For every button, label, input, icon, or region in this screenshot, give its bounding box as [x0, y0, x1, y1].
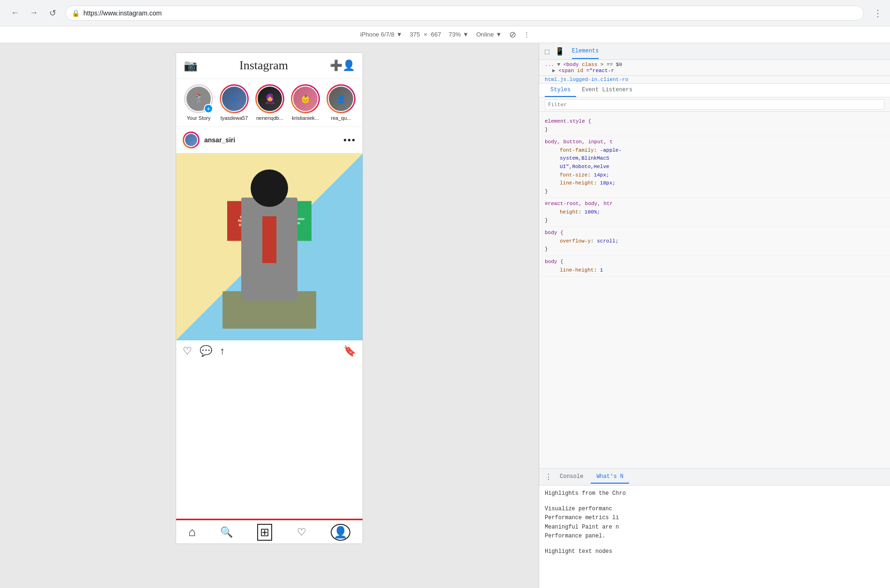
add-user-icon[interactable]: ➕👤: [330, 59, 355, 72]
story-ring-2: 👤: [220, 84, 249, 113]
styles-tabs: Styles Event Listeners: [539, 84, 890, 97]
like-icon[interactable]: ♡: [183, 345, 192, 357]
story-item-nenenqdb[interactable]: 🧕 nenenqdb...: [255, 84, 285, 121]
tab-styles[interactable]: Styles: [545, 84, 576, 97]
tab-elements[interactable]: Elements: [572, 44, 599, 59]
css-block-body-lineheight: body { line-height: 1: [539, 256, 890, 277]
more-options-icon[interactable]: ⋮: [524, 31, 530, 38]
post-actions: ♡ 💬 ↑ 🔖: [176, 340, 363, 362]
story-avatar-wrapper-2: 👤: [220, 84, 249, 113]
perf-panel-text: Performance panel.: [545, 532, 884, 541]
dimension-separator: ×: [423, 31, 427, 38]
story-avatar-5: 👤: [328, 86, 354, 112]
zoom-level: 73%: [449, 31, 461, 38]
instagram-header: 📷 Instagram ➕👤: [176, 53, 363, 79]
no-throttle-icon: ⊘: [509, 29, 516, 40]
tab-console[interactable]: Console: [554, 470, 589, 484]
post-more-icon[interactable]: •••: [343, 135, 356, 146]
story-username: Your Story: [187, 115, 211, 121]
device-icon[interactable]: 📱: [555, 47, 564, 56]
console-panel: Highlights from the Chro Visualize perfo…: [539, 485, 890, 588]
story-item-kristianiek[interactable]: 👶 kristianiek...: [290, 84, 320, 121]
main-content: 📷 Instagram ➕👤 📚H + Your: [0, 43, 890, 588]
back-button[interactable]: ←: [7, 6, 22, 21]
story-item-your-story[interactable]: 📚H + Your Story: [184, 84, 214, 121]
script-file-ref: html.js.logged-in.client-ro: [539, 76, 890, 84]
story-avatar-4: 👶: [292, 86, 319, 112]
post-actions-left: ♡ 💬 ↑: [183, 345, 225, 357]
post-header: ansar_siri •••: [176, 127, 363, 153]
story-avatar-wrapper-5: 👤: [326, 84, 356, 113]
nav-buttons: ← → ↺: [7, 6, 60, 21]
css-block-body-button: body, button, input, t font-family: -app…: [539, 136, 890, 198]
chevron-down-icon: ▼: [396, 31, 402, 38]
network-label: Online: [476, 31, 494, 38]
story-ring-5: 👤: [326, 84, 356, 113]
zoom-chevron-icon: ▼: [463, 31, 469, 38]
devtools-bottom-menu[interactable]: ⋮: [545, 472, 552, 482]
browser-viewport: 📷 Instagram ➕👤 📚H + Your: [0, 43, 539, 588]
post-avatar[interactable]: [183, 132, 200, 148]
devtools-icons: ⬚ 📱: [545, 47, 564, 56]
dimensions: 375 × 667: [410, 31, 441, 38]
instagram-logo: Instagram: [239, 59, 288, 73]
device-toolbar: iPhone 6/7/8 ▼ 375 × 667 73% ▼ Online ▼ …: [0, 26, 890, 43]
nav-like-icon[interactable]: ♡: [297, 526, 306, 538]
nav-search-icon[interactable]: 🔍: [220, 526, 233, 538]
post-username[interactable]: ansar_siri: [204, 136, 235, 144]
highlights-text: Highlights from the Chro: [545, 489, 884, 498]
mobile-frame: 📷 Instagram ➕👤 📚H + Your: [176, 52, 363, 544]
viewport-height[interactable]: 667: [431, 31, 441, 38]
device-name: iPhone 6/7/8: [360, 31, 394, 38]
devtools-header: ⬚ 📱 Elements: [539, 43, 890, 60]
lock-icon: 🔒: [72, 9, 80, 17]
breadcrumb-line2: ▶ <span id ="react-r: [545, 67, 884, 74]
story-avatar-3: 🧕: [257, 86, 283, 112]
tab-whats-new[interactable]: What's N: [591, 470, 629, 484]
post: ansar_siri •••: [176, 127, 363, 362]
html-breadcrumb: ... ▼ <body class > == $0 ▶ <span id ="r…: [539, 60, 890, 76]
camera-icon[interactable]: 📷: [184, 59, 198, 72]
story-avatar-wrapper-4: 👶: [291, 84, 320, 113]
device-selector[interactable]: iPhone 6/7/8 ▼: [360, 31, 402, 38]
browser-bar: ← → ↺ 🔒 https://www.instagram.com ⋮: [0, 0, 890, 26]
inspect-icon[interactable]: ⬚: [545, 47, 549, 56]
comment-icon[interactable]: 💬: [200, 345, 212, 357]
nav-profile-icon[interactable]: 👤: [331, 524, 350, 541]
browser-menu-dots[interactable]: ⋮: [873, 7, 883, 19]
story-ring-4: 👶: [291, 84, 320, 113]
visualize-perf-text: Visualize performanc: [545, 505, 884, 514]
zoom-selector[interactable]: 73% ▼: [449, 31, 469, 38]
devtools-panel: ⬚ 📱 Elements ... ▼ <body class > == $0 ▶…: [539, 43, 890, 588]
devtools-bottom-tabs: ⋮ Console What's N: [539, 468, 890, 485]
post-avatar-inner: [184, 133, 198, 147]
perf-metrics-text: Performance metrics li: [545, 514, 884, 522]
css-block-react-root: #react-root, body, htr height: 100%; }: [539, 198, 890, 227]
share-icon[interactable]: ↑: [220, 345, 225, 357]
nav-add-icon[interactable]: ⊞: [257, 524, 272, 541]
url-text: https://www.instagram.com: [83, 9, 162, 17]
story-item-reaq[interactable]: 👤 rea_qu...: [326, 84, 356, 121]
meaningful-paint-text: Meaningful Paint are n: [545, 523, 884, 532]
breadcrumb-line1: ... ▼ <body class > == $0: [545, 62, 884, 67]
story-username-4: kristianiek...: [292, 115, 319, 121]
story-item-tyasdewa57[interactable]: 👤 tyasdewa57: [219, 84, 249, 121]
post-user: ansar_siri: [183, 132, 235, 148]
bookmark-icon[interactable]: 🔖: [343, 345, 356, 357]
filter-input[interactable]: [545, 99, 884, 110]
stories-row: 📚H + Your Story 👤: [176, 79, 363, 127]
styles-panel: element.style { } body, button, input, t…: [539, 112, 890, 468]
nav-home-icon[interactable]: ⌂: [188, 525, 196, 539]
address-bar[interactable]: 🔒 https://www.instagram.com: [66, 6, 864, 21]
css-block-element-style: element.style { }: [539, 116, 890, 136]
story-ring-3: 🧕: [255, 84, 284, 113]
story-avatar-wrapper-3: 🧕: [255, 84, 284, 113]
forward-button[interactable]: →: [26, 6, 41, 21]
story-avatar-wrapper: 📚H +: [184, 84, 213, 113]
story-username-3: nenenqdb...: [256, 115, 283, 121]
filter-bar: [539, 97, 890, 112]
refresh-button[interactable]: ↺: [45, 6, 60, 21]
network-selector[interactable]: Online ▼: [476, 31, 502, 38]
viewport-width[interactable]: 375: [410, 31, 420, 38]
tab-event-listeners[interactable]: Event Listeners: [576, 84, 638, 97]
